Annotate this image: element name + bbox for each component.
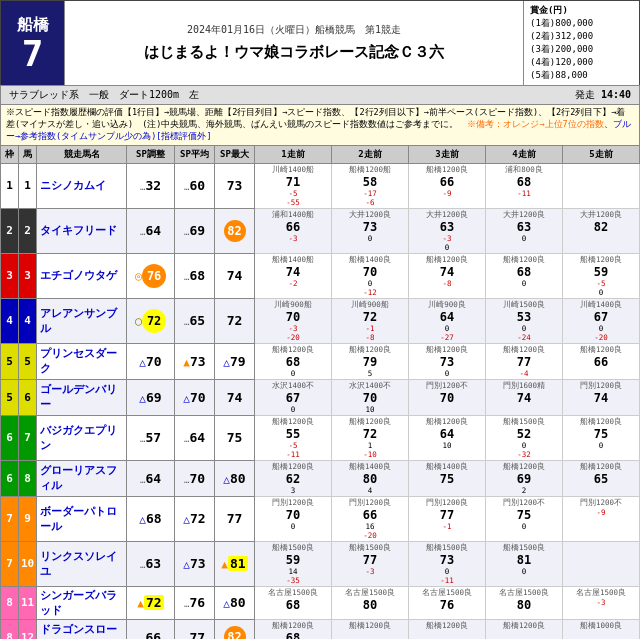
venue-box: 船橋 7	[1, 1, 65, 85]
prize-2: (2着)312,000	[530, 30, 633, 43]
col-header-r2: 2走前	[332, 145, 409, 163]
race-date: 2024年01月16日（火曜日）船橋競馬 第1競走	[185, 21, 403, 39]
prize-5: (5着)88,000	[530, 69, 633, 82]
prize-1: (1着)800,000	[530, 17, 633, 30]
note-text: ※スピード指数履歴欄の評価【1行目】→競馬場、距離【2行目列目】→スピード指数、…	[6, 107, 631, 141]
prize-4: (4着)120,000	[530, 56, 633, 69]
col-header-r1: 1走前	[255, 145, 332, 163]
race-number: 7	[22, 36, 44, 72]
col-header-name: 競走馬名	[37, 145, 127, 163]
col-header-uma: 馬	[19, 145, 37, 163]
header-top: 船橋 7 2024年01月16日（火曜日）船橋競馬 第1競走 はじまるよ！ウマ娘…	[0, 0, 640, 85]
col-header-sp-avg: SP平均	[175, 145, 215, 163]
note-box: ※スピード指数履歴欄の評価【1行目】→競馬場、距離【2行目列目】→スピード指数、…	[0, 104, 640, 145]
col-header-sp-max: SP最大	[215, 145, 255, 163]
col-header-r3: 3走前	[409, 145, 486, 163]
col-header-r5: 5走前	[563, 145, 640, 163]
prize-box: 賞金(円) (1着)800,000 (2着)312,000 (3着)200,00…	[524, 1, 639, 85]
col-header-r4: 4走前	[486, 145, 563, 163]
prize-3: (3着)200,000	[530, 43, 633, 56]
col-header-waku: 枠	[1, 145, 19, 163]
prize-header: 賞金(円)	[530, 4, 633, 17]
start-time: 発走 14:40	[575, 88, 631, 102]
header-center: 2024年01月16日（火曜日）船橋競馬 第1競走 はじまるよ！ウマ娘コラボレー…	[65, 1, 524, 85]
col-header-sp-adj: SP調整	[127, 145, 175, 163]
race-title: はじまるよ！ウマ娘コラボレース記念Ｃ３六	[140, 39, 448, 66]
main-table: 枠 馬 競走馬名 SP調整 SP平均 SP最大 1走前 2走前 3走前 4走前 …	[0, 145, 640, 639]
race-info-bar: サラブレッド系 一般 ダート1200m 左 発走 14:40	[0, 85, 640, 104]
race-info: サラブレッド系 一般 ダート1200m 左	[9, 88, 199, 102]
